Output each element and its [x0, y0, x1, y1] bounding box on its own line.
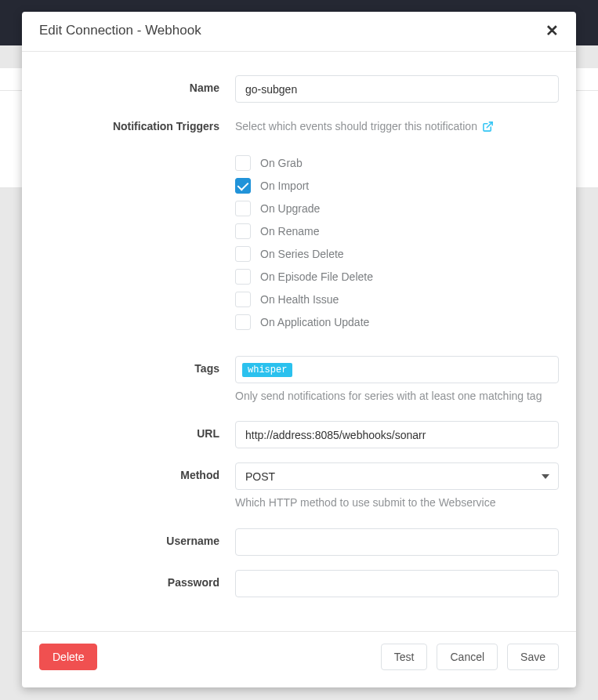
test-button[interactable]: Test	[381, 644, 428, 670]
url-input[interactable]	[235, 421, 559, 448]
trigger-list: On GrabOn ImportOn UpgradeOn RenameOn Se…	[235, 155, 559, 330]
password-input[interactable]	[235, 570, 559, 597]
trigger-item: On Import	[235, 178, 559, 194]
trigger-checkbox[interactable]	[235, 314, 251, 330]
external-link-icon[interactable]	[482, 121, 494, 132]
label-name: Name	[39, 75, 235, 94]
label-method: Method	[39, 462, 235, 481]
trigger-item: On Series Delete	[235, 246, 559, 262]
row-username: Username	[39, 528, 559, 556]
method-select[interactable]	[235, 462, 559, 490]
tag-chip[interactable]: whisper	[242, 363, 292, 377]
close-icon[interactable]: ✕	[545, 23, 559, 38]
trigger-checkbox[interactable]	[235, 155, 251, 171]
trigger-checkbox[interactable]	[235, 178, 251, 194]
row-url: URL	[39, 421, 559, 448]
label-url: URL	[39, 421, 235, 440]
method-help: Which HTTP method to use submit to the W…	[235, 495, 559, 510]
trigger-checkbox[interactable]	[235, 201, 251, 216]
row-password: Password	[39, 570, 559, 597]
name-input[interactable]	[235, 75, 559, 103]
trigger-checkbox[interactable]	[235, 246, 251, 262]
save-button[interactable]: Save	[507, 644, 559, 670]
row-name: Name	[39, 75, 559, 103]
trigger-label: On Grab	[260, 157, 303, 169]
row-method: Method Which HTTP method to use submit t…	[39, 462, 559, 510]
trigger-label: On Series Delete	[260, 248, 344, 260]
trigger-checkbox[interactable]	[235, 223, 251, 239]
trigger-label: On Rename	[260, 225, 319, 238]
row-tags: Tags whisper Only send notifications for…	[39, 356, 559, 404]
modal-footer: Delete Test Cancel Save	[22, 631, 576, 687]
triggers-help-text: Select which events should trigger this …	[235, 120, 477, 132]
label-password: Password	[39, 570, 235, 589]
cancel-button[interactable]: Cancel	[437, 644, 498, 670]
trigger-item: On Application Update	[235, 314, 559, 330]
modal-header: Edit Connection - Webhook ✕	[22, 12, 576, 52]
tags-input[interactable]: whisper	[235, 356, 559, 383]
trigger-item: On Episode File Delete	[235, 269, 559, 285]
label-triggers: Notification Triggers	[39, 117, 235, 132]
modal-title: Edit Connection - Webhook	[39, 23, 201, 38]
edit-connection-modal: Edit Connection - Webhook ✕ Name Notific…	[22, 12, 576, 687]
modal-body: Name Notification Triggers Select which …	[22, 52, 576, 631]
username-input[interactable]	[235, 528, 559, 556]
trigger-item: On Upgrade	[235, 201, 559, 216]
trigger-label: On Health Issue	[260, 293, 339, 306]
svg-line-0	[487, 122, 492, 127]
tags-help: Only send notifications for series with …	[235, 388, 559, 404]
trigger-label: On Upgrade	[260, 202, 320, 215]
app-window: Edit Connection - Webhook ✕ Name Notific…	[0, 0, 598, 700]
triggers-help: Select which events should trigger this …	[235, 117, 494, 132]
trigger-item: On Rename	[235, 223, 559, 239]
row-triggers: Notification Triggers Select which event…	[39, 117, 559, 337]
trigger-item: On Health Issue	[235, 292, 559, 307]
trigger-checkbox[interactable]	[235, 292, 251, 307]
trigger-label: On Episode File Delete	[260, 270, 373, 283]
trigger-item: On Grab	[235, 155, 559, 171]
label-username: Username	[39, 528, 235, 547]
trigger-label: On Application Update	[260, 316, 369, 328]
delete-button[interactable]: Delete	[39, 644, 97, 670]
trigger-checkbox[interactable]	[235, 269, 251, 285]
trigger-label: On Import	[260, 180, 309, 192]
label-tags: Tags	[39, 356, 235, 375]
